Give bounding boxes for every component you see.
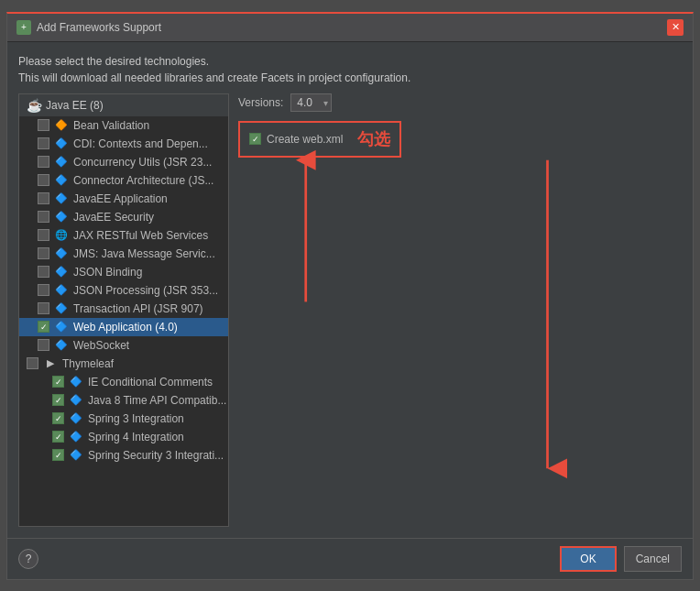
list-item[interactable]: ✓ 🔷 Java 8 Time API Compatib... [19,391,228,410]
bottom-bar: ? OK Cancel [7,538,693,579]
json-processing-icon: 🔷 [55,284,68,297]
list-item[interactable]: ✓ 🔷 IE Conditional Comments [19,373,228,391]
json-binding-icon: 🔷 [55,266,68,279]
list-item[interactable]: ✓ 🔷 Spring Security 3 Integrati... [19,446,228,465]
spring3-icon: 🔷 [70,412,82,425]
description: Please select the desired technologies. … [18,53,682,86]
version-select[interactable]: 3.0 3.1 4.0 [290,93,332,112]
spring3-label: Spring 3 Integration [88,412,184,425]
cdi-label: CDI: Contexts and Depen... [73,137,208,150]
list-item[interactable]: ✓ 🔷 Spring 4 Integration [19,428,228,446]
concurrency-checkbox[interactable] [38,156,49,168]
connector-label: Connector Architecture (JS... [73,174,213,187]
javaee-app-label: JavaEE Application [73,192,168,205]
cdi-checkbox[interactable] [38,137,49,149]
java8-time-checkbox[interactable]: ✓ [52,394,64,406]
websocket-label: WebSocket [73,339,129,352]
description-line2: This will download all needed libraries … [18,70,682,86]
spring4-icon: 🔷 [70,431,82,443]
web-application-label: Web Application (4.0) [73,321,178,334]
transaction-checkbox[interactable] [38,302,49,314]
thymeleaf-checkbox[interactable] [27,357,38,369]
jms-checkbox[interactable] [38,247,49,259]
help-button[interactable]: ? [18,549,38,569]
create-web-xml-box: ✓ Create web.xml 勾选 [238,121,401,158]
transaction-label: Transaction API (JSR 907) [73,302,203,315]
list-item[interactable]: 🔷 JavaEE Security [19,208,228,226]
annotation-text: 勾选 [357,128,390,150]
list-item[interactable]: 🔷 JavaEE Application [19,190,228,208]
connector-checkbox[interactable] [38,174,49,186]
description-line1: Please select the desired technologies. [18,53,682,70]
bean-validation-checkbox[interactable] [38,119,49,131]
dialog-icon: + [16,20,31,35]
spring-security3-checkbox[interactable]: ✓ [52,449,64,461]
versions-label: Versions: [238,96,283,109]
cancel-button[interactable]: Cancel [624,546,682,572]
thymeleaf-item[interactable]: ▶ Thymeleaf [19,355,228,373]
list-item[interactable]: 🌐 JAX RESTful Web Services [19,226,228,245]
javaee-security-checkbox[interactable] [38,211,49,223]
close-button[interactable]: ✕ [667,19,684,36]
web-application-icon: 🔷 [55,321,68,334]
jax-icon: 🌐 [55,229,68,242]
javaee-app-icon: 🔷 [55,192,68,205]
ie-conditional-checkbox[interactable]: ✓ [52,376,64,388]
bean-validation-label: Bean Validation [73,119,149,132]
create-web-xml-label: Create web.xml [267,133,343,146]
json-processing-checkbox[interactable] [38,284,49,296]
dialog-title: Add Frameworks Support [37,21,161,34]
javaee-app-checkbox[interactable] [38,192,49,204]
java8-time-label: Java 8 Time API Compatib... [88,394,226,407]
json-binding-label: JSON Binding [73,266,142,279]
create-web-xml-checkbox[interactable]: ✓ [249,133,261,145]
websocket-icon: 🔷 [55,339,68,352]
web-application-checkbox[interactable]: ✓ [38,321,49,333]
json-binding-checkbox[interactable] [38,266,49,278]
title-bar: + Add Frameworks Support ✕ [7,14,693,42]
jms-icon: 🔷 [55,247,68,260]
buttons-right: OK Cancel [560,546,682,572]
spring-security3-icon: 🔷 [70,449,82,462]
spring3-checkbox[interactable]: ✓ [52,412,64,424]
web-application-item[interactable]: ✓ 🔷 Web Application (4.0) [19,318,228,336]
list-item[interactable]: 🔷 CDI: Contexts and Depen... [19,135,228,153]
javaee-security-icon: 🔷 [55,211,68,224]
ie-conditional-icon: 🔷 [70,376,82,389]
java8-time-icon: 🔷 [70,394,82,407]
dialog-body: Please select the desired technologies. … [7,42,693,538]
list-item[interactable]: 🔷 JSON Binding [19,263,228,281]
websocket-checkbox[interactable] [38,339,49,351]
list-item[interactable]: 🔷 Transaction API (JSR 907) [19,300,228,318]
spring4-label: Spring 4 Integration [88,431,184,443]
title-bar-left: + Add Frameworks Support [16,20,161,35]
list-item[interactable]: 🔷 JSON Processing (JSR 353... [19,281,228,300]
bean-validation-icon: 🔶 [55,119,68,132]
thymeleaf-label: Thymeleaf [62,357,114,370]
add-frameworks-dialog: + Add Frameworks Support ✕ Please select… [6,12,694,580]
left-panel[interactable]: ☕ Java EE (8) 🔶 Bean Validation 🔷 CDI: C… [18,93,229,527]
version-select-wrapper[interactable]: 3.0 3.1 4.0 [290,93,332,112]
javaee-security-label: JavaEE Security [73,211,154,224]
json-processing-label: JSON Processing (JSR 353... [73,284,218,297]
list-item[interactable]: 🔶 Bean Validation [19,116,228,135]
concurrency-icon: 🔷 [55,156,68,169]
spring4-checkbox[interactable]: ✓ [52,431,64,443]
jax-checkbox[interactable] [38,229,49,241]
versions-row: Versions: 3.0 3.1 4.0 [238,93,682,112]
list-item[interactable]: 🔷 WebSocket [19,336,228,355]
ok-button[interactable]: OK [560,546,616,572]
jms-label: JMS: Java Message Servic... [73,247,215,260]
jax-label: JAX RESTful Web Services [73,229,208,242]
connector-icon: 🔷 [55,174,68,187]
transaction-icon: 🔷 [55,302,68,315]
arrows-overlay [238,93,682,527]
thymeleaf-expand-icon: ▶ [44,357,57,370]
list-item[interactable]: 🔷 JMS: Java Message Servic... [19,245,228,263]
concurrency-label: Concurrency Utils (JSR 23... [73,156,212,169]
list-item[interactable]: ✓ 🔷 Spring 3 Integration [19,410,228,428]
list-item[interactable]: 🔷 Concurrency Utils (JSR 23... [19,153,228,171]
main-content: ☕ Java EE (8) 🔶 Bean Validation 🔷 CDI: C… [18,93,682,527]
list-item[interactable]: 🔷 Connector Architecture (JS... [19,171,228,190]
ie-conditional-label: IE Conditional Comments [88,376,213,389]
